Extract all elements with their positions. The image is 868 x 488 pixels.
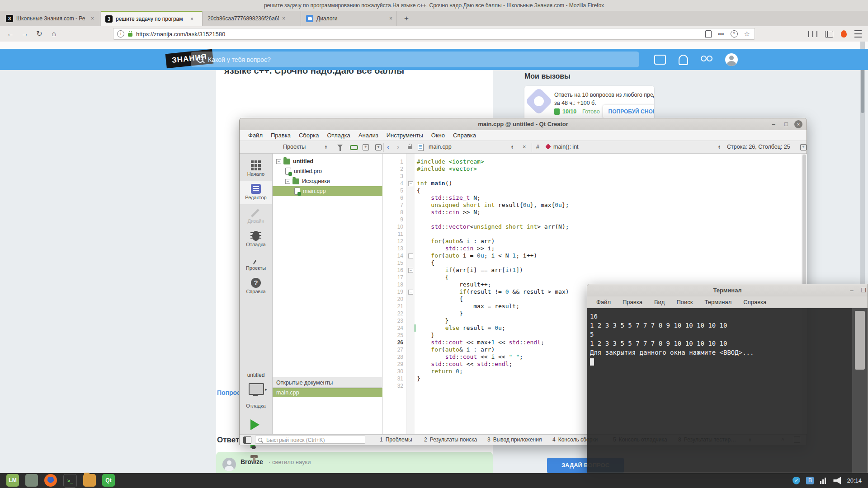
toggle-sidebar-icon[interactable] xyxy=(243,436,251,444)
gutter-line-number[interactable]: 25 xyxy=(382,332,403,339)
split-editor-icon[interactable]: + xyxy=(800,144,807,150)
gutter-line-number[interactable]: 2 xyxy=(382,165,403,173)
gutter-line-number[interactable]: 15 xyxy=(382,259,403,267)
code-line[interactable]: return 0; xyxy=(417,368,463,375)
code-line[interactable]: { xyxy=(417,259,434,267)
folder-icon[interactable] xyxy=(83,474,96,487)
menu-Правка[interactable]: Правка xyxy=(267,132,295,139)
code-line[interactable]: max = result; xyxy=(417,303,519,310)
fold-marker-icon[interactable]: – xyxy=(408,253,413,258)
fold-marker-icon[interactable]: – xyxy=(408,290,413,295)
code-line[interactable]: #include <iostream> xyxy=(417,158,484,165)
code-line[interactable]: std::cin >> N; xyxy=(417,209,481,216)
page-info-icon[interactable]: i xyxy=(117,30,124,38)
gutter-line-number[interactable]: 14 xyxy=(382,252,403,259)
terminal-menu-Поиск[interactable]: Поиск xyxy=(676,299,693,305)
fold-marker-icon[interactable]: – xyxy=(408,268,413,273)
url-bar[interactable]: i https://znanija.com/task/31521580 ••• … xyxy=(113,28,755,40)
terminal-scrollbar[interactable] xyxy=(852,308,868,473)
terminal-restore-button[interactable]: ❒ xyxy=(859,286,868,295)
gutter-line-number[interactable]: 3 xyxy=(382,173,403,180)
code-line[interactable]: else result = 0u; xyxy=(417,324,505,332)
firefox-title-bar[interactable]: решите задачу по программированию пожалу… xyxy=(0,0,868,11)
flame-extension-icon[interactable] xyxy=(841,30,847,38)
gutter-line-number[interactable]: 12 xyxy=(382,238,403,245)
mode-Проекты[interactable]: Проекты xyxy=(240,251,272,275)
menu-Анализ[interactable]: Анализ xyxy=(354,132,382,139)
open-document-item[interactable]: main.cpp xyxy=(273,388,383,397)
code-line[interactable]: result++; xyxy=(417,281,491,288)
open-file-selector[interactable]: main.cpp xyxy=(429,144,452,150)
menu-Сборка[interactable]: Сборка xyxy=(295,132,323,139)
code-line[interactable]: std::cout << i << " "; xyxy=(417,353,523,361)
file-manager-icon[interactable] xyxy=(25,474,38,487)
file-selector-arrows-icon[interactable]: ▲▼ xyxy=(511,145,514,150)
open-documents-header[interactable]: Открытые документы xyxy=(273,377,382,388)
terminal-menu-Терминал[interactable]: Терминал xyxy=(704,299,731,305)
build-button[interactable] xyxy=(250,454,260,465)
code-line[interactable]: { xyxy=(417,296,463,303)
go-forward-icon[interactable]: › xyxy=(397,143,399,150)
volume-icon[interactable] xyxy=(833,477,841,484)
home-button[interactable]: ⌂ xyxy=(48,28,60,40)
gutter-line-number[interactable]: 1 xyxy=(382,158,403,165)
gutter-line-number[interactable]: 10 xyxy=(382,223,403,230)
pocket-icon[interactable]: ˅ xyxy=(731,30,738,38)
page-scrollbar-thumb[interactable] xyxy=(861,68,864,113)
terminal-scrollbar-thumb[interactable] xyxy=(855,311,865,370)
sidebar-icon[interactable] xyxy=(825,31,833,38)
gutter-line-number[interactable]: 20 xyxy=(382,296,403,303)
update-shield-icon[interactable]: ✓ xyxy=(793,477,800,484)
code-line[interactable]: { xyxy=(417,274,448,281)
close-pane-icon[interactable]: ▾ xyxy=(375,144,382,150)
url-text[interactable]: https://znanija.com/task/31521580 xyxy=(136,31,225,38)
code-line[interactable]: } xyxy=(417,375,420,382)
mode-Справка[interactable]: ?Справка xyxy=(240,275,272,298)
mode-Начало[interactable]: Начало xyxy=(240,157,272,181)
editor-scrollbar-thumb[interactable] xyxy=(802,155,806,304)
tree-item-Исходники[interactable]: –Исходники xyxy=(273,176,395,186)
fold-marker-icon[interactable]: – xyxy=(408,181,413,186)
menu-Отладка[interactable]: Отладка xyxy=(323,132,354,139)
code-line[interactable]: if(result != 0 && result > max) xyxy=(417,288,569,296)
terminal-output[interactable]: 161 2 3 3 5 5 7 7 7 8 9 10 10 10 10 1051… xyxy=(587,308,852,473)
gutter-line-number[interactable]: 6 xyxy=(382,194,403,202)
tab-close-icon[interactable]: × xyxy=(389,15,392,22)
terminal-minimize-button[interactable]: – xyxy=(848,286,856,295)
close-button[interactable]: × xyxy=(794,120,802,128)
link-with-editor-icon[interactable] xyxy=(350,145,358,150)
bookmark-star-icon[interactable]: ☆ xyxy=(744,30,750,38)
code-line[interactable]: std::cout << max+1 << std::endl; xyxy=(417,339,544,346)
reader-mode-icon[interactable] xyxy=(705,30,712,38)
gutter-line-number[interactable]: 7 xyxy=(382,202,403,209)
mint-menu-icon[interactable]: LM xyxy=(6,474,19,487)
code-line[interactable]: std::vector<unsigned short int> arr(N); xyxy=(417,223,569,230)
output-pane-3[interactable]: 3Вывод приложения xyxy=(487,436,542,443)
filter-icon[interactable] xyxy=(337,145,343,148)
split-pane-icon[interactable]: + xyxy=(363,144,369,150)
network-icon[interactable] xyxy=(820,477,827,484)
output-pane-2[interactable]: 2Результаты поиска xyxy=(424,436,477,443)
site-search-input[interactable]: Какой у тебя вопрос? xyxy=(191,52,639,67)
gutter-line-number[interactable]: 5 xyxy=(382,187,403,194)
mode-Дизайн[interactable]: Дизайн xyxy=(240,204,272,228)
code-line[interactable]: } xyxy=(417,332,434,339)
go-back-icon[interactable]: ‹ xyxy=(387,143,389,150)
current-symbol[interactable]: main(): int xyxy=(553,144,579,150)
code-line[interactable]: std::cin >> i; xyxy=(417,245,495,252)
locator-search-input[interactable]: Быстрый поиск (Ctrl+K) xyxy=(255,436,365,444)
gutter-line-number[interactable]: 18 xyxy=(382,281,403,288)
pane-selector[interactable]: Проекты xyxy=(283,144,306,150)
gutter-line-number[interactable]: 21 xyxy=(382,303,403,310)
gutter-line-number[interactable]: 17 xyxy=(382,274,403,281)
gutter-line-number[interactable]: 26 xyxy=(382,339,403,346)
gutter-line-number[interactable]: 19 xyxy=(382,288,403,296)
library-icon[interactable] xyxy=(808,31,817,37)
try-again-button[interactable]: ПОПРОБУЙ СНОВ xyxy=(603,105,654,118)
gutter-line-number[interactable]: 31 xyxy=(382,375,403,382)
gutter-line-number[interactable]: 30 xyxy=(382,368,403,375)
restore-button[interactable]: □ xyxy=(782,120,791,128)
line-column-indicator[interactable]: Строка: 26, Столбец: 25 xyxy=(727,144,790,150)
forward-button[interactable]: → xyxy=(19,28,31,40)
code-line[interactable]: for(auto i = 0u; i < N-1; i++) xyxy=(417,252,537,259)
